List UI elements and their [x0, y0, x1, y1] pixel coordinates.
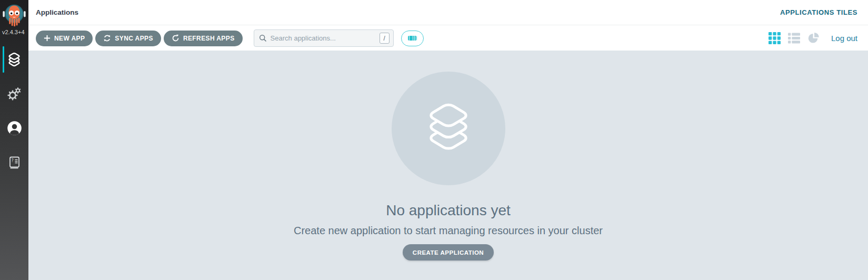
- sidebar-nav: ?: [0, 43, 28, 179]
- sidebar: v2.4.3+4: [0, 0, 28, 280]
- new-app-button[interactable]: NEW APP: [36, 31, 93, 46]
- layers-icon: [421, 101, 476, 156]
- svg-text:?: ?: [12, 158, 14, 163]
- breadcrumb: Applications: [36, 8, 78, 16]
- user-icon: [6, 120, 23, 136]
- refresh-apps-button[interactable]: REFRESH APPS: [164, 31, 243, 46]
- layers-icon: [6, 52, 22, 68]
- argocd-applications-page: v2.4.3+4: [0, 0, 868, 280]
- page-mode-title: APPLICATIONS TILES: [780, 8, 857, 16]
- sidebar-item-settings[interactable]: [0, 77, 28, 111]
- empty-state-subtitle: Create new application to start managing…: [294, 225, 603, 237]
- plus-icon: [44, 35, 51, 42]
- toolbar-right: Log out: [769, 32, 868, 44]
- search-icon: [259, 34, 267, 42]
- active-indicator: [3, 46, 4, 73]
- sidebar-item-docs[interactable]: ?: [0, 145, 28, 179]
- empty-state-title: No applications yet: [386, 202, 511, 219]
- refresh-icon: [172, 34, 179, 42]
- toolbar: NEW APP SYNC APPS REFRESH APPS: [28, 26, 868, 51]
- topbar: Applications APPLICATIONS TILES: [28, 0, 868, 25]
- version-label: v2.4.3+4: [0, 29, 28, 35]
- sidebar-item-user[interactable]: [0, 111, 28, 145]
- pie-view-icon[interactable]: [807, 32, 820, 44]
- empty-state-circle: [392, 72, 505, 185]
- search-box[interactable]: /: [254, 29, 394, 47]
- main-content: No applications yet Create new applicati…: [28, 51, 868, 280]
- create-application-button[interactable]: CREATE APPLICATION: [403, 244, 494, 261]
- sync-apps-label: SYNC APPS: [115, 35, 153, 42]
- sidebar-item-applications[interactable]: [0, 43, 28, 77]
- refresh-apps-label: REFRESH APPS: [183, 35, 235, 42]
- status-bar-toggle-button[interactable]: [401, 31, 424, 46]
- logout-link[interactable]: Log out: [831, 34, 857, 43]
- sync-apps-button[interactable]: SYNC APPS: [95, 31, 161, 46]
- empty-state: No applications yet Create new applicati…: [28, 51, 868, 261]
- grid-view-icon[interactable]: [769, 32, 781, 44]
- gear-icon: [6, 86, 22, 102]
- help-book-icon: ?: [7, 155, 22, 170]
- argo-logo[interactable]: [0, 0, 28, 28]
- search-shortcut-hint: /: [380, 33, 390, 44]
- keyboard-bar-icon: [408, 36, 417, 41]
- new-app-label: NEW APP: [54, 35, 85, 42]
- argo-octopus-logo-icon: [2, 3, 26, 28]
- search-input[interactable]: [271, 34, 380, 42]
- list-view-icon[interactable]: [788, 32, 800, 44]
- sync-icon: [103, 34, 111, 42]
